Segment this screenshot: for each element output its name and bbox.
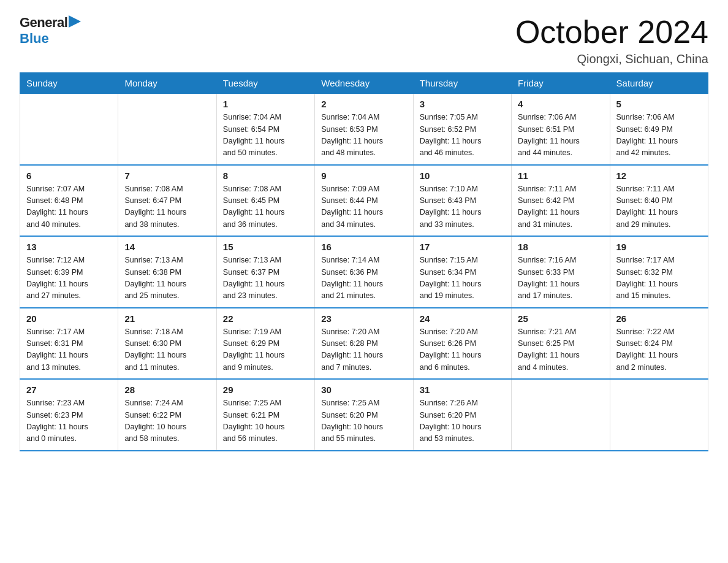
day-info: Sunrise: 7:05 AM Sunset: 6:52 PM Dayligh… — [420, 112, 505, 159]
day-info: Sunrise: 7:04 AM Sunset: 6:54 PM Dayligh… — [223, 112, 308, 159]
weekday-header-saturday: Saturday — [610, 73, 708, 94]
day-number: 15 — [223, 242, 308, 252]
day-number: 6 — [26, 170, 112, 181]
day-number: 12 — [616, 170, 702, 181]
svg-marker-0 — [69, 15, 81, 28]
calendar-cell: 13Sunrise: 7:12 AM Sunset: 6:39 PM Dayli… — [20, 236, 118, 308]
calendar-cell: 1Sunrise: 7:04 AM Sunset: 6:54 PM Daylig… — [216, 94, 314, 165]
calendar-cell: 29Sunrise: 7:25 AM Sunset: 6:21 PM Dayli… — [216, 379, 314, 451]
weekday-header-thursday: Thursday — [413, 73, 511, 94]
day-info: Sunrise: 7:11 AM Sunset: 6:42 PM Dayligh… — [518, 183, 603, 231]
day-info: Sunrise: 7:24 AM Sunset: 6:22 PM Dayligh… — [124, 397, 210, 445]
day-number: 1 — [223, 99, 308, 109]
day-number: 26 — [616, 313, 702, 324]
day-info: Sunrise: 7:20 AM Sunset: 6:28 PM Dayligh… — [321, 326, 406, 374]
day-info: Sunrise: 7:13 AM Sunset: 6:37 PM Dayligh… — [223, 255, 308, 302]
day-info: Sunrise: 7:04 AM Sunset: 6:53 PM Dayligh… — [321, 112, 406, 159]
month-title: October 2024 — [515, 15, 708, 50]
logo-general-text: General — [20, 15, 67, 31]
day-number: 27 — [26, 385, 112, 395]
calendar-cell: 19Sunrise: 7:17 AM Sunset: 6:32 PM Dayli… — [610, 236, 708, 308]
day-number: 3 — [420, 99, 505, 109]
day-number: 30 — [321, 385, 406, 395]
day-info: Sunrise: 7:25 AM Sunset: 6:21 PM Dayligh… — [223, 397, 308, 445]
day-number: 11 — [518, 170, 603, 181]
weekday-header-wednesday: Wednesday — [315, 73, 413, 94]
calendar-cell: 9Sunrise: 7:09 AM Sunset: 6:44 PM Daylig… — [315, 165, 413, 237]
day-info: Sunrise: 7:17 AM Sunset: 6:32 PM Dayligh… — [616, 255, 702, 302]
calendar-cell: 21Sunrise: 7:18 AM Sunset: 6:30 PM Dayli… — [118, 308, 216, 380]
calendar-cell: 10Sunrise: 7:10 AM Sunset: 6:43 PM Dayli… — [413, 165, 511, 237]
logo-blue-text: Blue — [20, 31, 49, 47]
day-number: 4 — [518, 99, 603, 109]
day-number: 29 — [223, 385, 308, 395]
calendar-cell: 8Sunrise: 7:08 AM Sunset: 6:45 PM Daylig… — [216, 165, 314, 237]
day-number: 28 — [124, 385, 210, 395]
calendar-cell: 20Sunrise: 7:17 AM Sunset: 6:31 PM Dayli… — [20, 308, 118, 380]
calendar-cell: 24Sunrise: 7:20 AM Sunset: 6:26 PM Dayli… — [413, 308, 511, 380]
day-info: Sunrise: 7:06 AM Sunset: 6:51 PM Dayligh… — [518, 112, 603, 159]
day-info: Sunrise: 7:20 AM Sunset: 6:26 PM Dayligh… — [420, 326, 505, 374]
day-info: Sunrise: 7:11 AM Sunset: 6:40 PM Dayligh… — [616, 183, 702, 231]
calendar-cell: 25Sunrise: 7:21 AM Sunset: 6:25 PM Dayli… — [512, 308, 610, 380]
day-info: Sunrise: 7:14 AM Sunset: 6:36 PM Dayligh… — [321, 255, 406, 302]
calendar-cell: 26Sunrise: 7:22 AM Sunset: 6:24 PM Dayli… — [610, 308, 708, 380]
calendar-cell: 17Sunrise: 7:15 AM Sunset: 6:34 PM Dayli… — [413, 236, 511, 308]
day-info: Sunrise: 7:17 AM Sunset: 6:31 PM Dayligh… — [26, 326, 112, 374]
day-info: Sunrise: 7:13 AM Sunset: 6:38 PM Dayligh… — [124, 255, 210, 302]
day-info: Sunrise: 7:08 AM Sunset: 6:47 PM Dayligh… — [124, 183, 210, 231]
calendar-cell: 16Sunrise: 7:14 AM Sunset: 6:36 PM Dayli… — [315, 236, 413, 308]
day-info: Sunrise: 7:06 AM Sunset: 6:49 PM Dayligh… — [616, 112, 702, 159]
calendar-cell: 6Sunrise: 7:07 AM Sunset: 6:48 PM Daylig… — [20, 165, 118, 237]
day-number: 8 — [223, 170, 308, 181]
weekday-header-sunday: Sunday — [20, 73, 118, 94]
day-info: Sunrise: 7:12 AM Sunset: 6:39 PM Dayligh… — [26, 255, 112, 302]
calendar-cell — [610, 379, 708, 451]
day-info: Sunrise: 7:19 AM Sunset: 6:29 PM Dayligh… — [223, 326, 308, 374]
day-number: 5 — [616, 99, 702, 109]
day-number: 24 — [420, 313, 505, 324]
day-number: 13 — [26, 242, 112, 252]
calendar-cell: 23Sunrise: 7:20 AM Sunset: 6:28 PM Dayli… — [315, 308, 413, 380]
calendar-cell: 5Sunrise: 7:06 AM Sunset: 6:49 PM Daylig… — [610, 94, 708, 165]
day-info: Sunrise: 7:08 AM Sunset: 6:45 PM Dayligh… — [223, 183, 308, 231]
day-number: 17 — [420, 242, 505, 252]
day-number: 23 — [321, 313, 406, 324]
day-number: 20 — [26, 313, 112, 324]
calendar-cell — [118, 94, 216, 165]
day-info: Sunrise: 7:16 AM Sunset: 6:33 PM Dayligh… — [518, 255, 603, 302]
calendar-cell: 3Sunrise: 7:05 AM Sunset: 6:52 PM Daylig… — [413, 94, 511, 165]
calendar-week-row: 1Sunrise: 7:04 AM Sunset: 6:54 PM Daylig… — [20, 94, 708, 165]
calendar-table: SundayMondayTuesdayWednesdayThursdayFrid… — [20, 72, 708, 451]
calendar-cell: 2Sunrise: 7:04 AM Sunset: 6:53 PM Daylig… — [315, 94, 413, 165]
day-info: Sunrise: 7:25 AM Sunset: 6:20 PM Dayligh… — [321, 397, 406, 445]
calendar-cell: 22Sunrise: 7:19 AM Sunset: 6:29 PM Dayli… — [216, 308, 314, 380]
day-info: Sunrise: 7:21 AM Sunset: 6:25 PM Dayligh… — [518, 326, 603, 374]
day-number: 9 — [321, 170, 406, 181]
day-info: Sunrise: 7:23 AM Sunset: 6:23 PM Dayligh… — [26, 397, 112, 445]
day-info: Sunrise: 7:07 AM Sunset: 6:48 PM Dayligh… — [26, 183, 112, 231]
calendar-cell: 27Sunrise: 7:23 AM Sunset: 6:23 PM Dayli… — [20, 379, 118, 451]
calendar-cell: 11Sunrise: 7:11 AM Sunset: 6:42 PM Dayli… — [512, 165, 610, 237]
calendar-week-row: 20Sunrise: 7:17 AM Sunset: 6:31 PM Dayli… — [20, 308, 708, 380]
day-number: 7 — [124, 170, 210, 181]
day-number: 19 — [616, 242, 702, 252]
logo-triangle-icon — [69, 15, 81, 28]
day-number: 16 — [321, 242, 406, 252]
day-number: 14 — [124, 242, 210, 252]
calendar-cell: 12Sunrise: 7:11 AM Sunset: 6:40 PM Dayli… — [610, 165, 708, 237]
day-info: Sunrise: 7:10 AM Sunset: 6:43 PM Dayligh… — [420, 183, 505, 231]
location-title: Qiongxi, Sichuan, China — [515, 52, 708, 66]
page-header: General Blue October 2024 Qiongxi, Sichu… — [20, 15, 708, 66]
calendar-cell — [512, 379, 610, 451]
calendar-cell: 31Sunrise: 7:26 AM Sunset: 6:20 PM Dayli… — [413, 379, 511, 451]
calendar-header-row: SundayMondayTuesdayWednesdayThursdayFrid… — [20, 73, 708, 94]
day-number: 21 — [124, 313, 210, 324]
calendar-cell: 4Sunrise: 7:06 AM Sunset: 6:51 PM Daylig… — [512, 94, 610, 165]
calendar-week-row: 6Sunrise: 7:07 AM Sunset: 6:48 PM Daylig… — [20, 165, 708, 237]
calendar-cell: 15Sunrise: 7:13 AM Sunset: 6:37 PM Dayli… — [216, 236, 314, 308]
calendar-cell — [20, 94, 118, 165]
day-number: 2 — [321, 99, 406, 109]
calendar-cell: 14Sunrise: 7:13 AM Sunset: 6:38 PM Dayli… — [118, 236, 216, 308]
weekday-header-friday: Friday — [512, 73, 610, 94]
